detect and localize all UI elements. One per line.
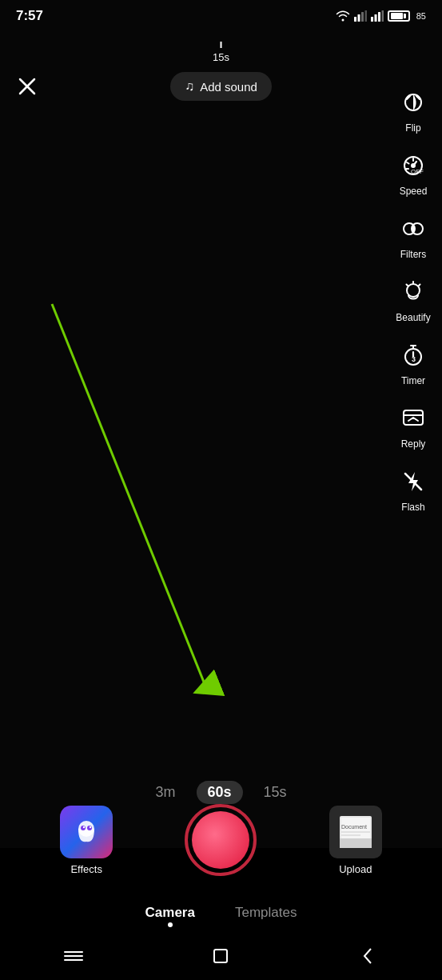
svg-point-24 [81, 826, 86, 830]
record-button-outer [185, 804, 257, 876]
filters-icon-wrap [396, 211, 431, 246]
flip-label: Flip [405, 122, 420, 134]
signal-icon [354, 10, 367, 22]
sidebar-item-beautify[interactable]: Beautify [392, 270, 434, 328]
svg-point-16 [407, 284, 420, 297]
add-sound-button[interactable]: ♫ Add sound [170, 72, 272, 101]
camera-viewport [0, 0, 442, 848]
beautify-label: Beautify [396, 312, 430, 323]
svg-point-27 [90, 826, 91, 827]
status-time: 7:57 [16, 8, 43, 24]
svg-rect-7 [381, 10, 384, 22]
sidebar-item-speed[interactable]: OFF Speed [392, 143, 434, 202]
svg-rect-0 [354, 17, 356, 22]
nav-bar [0, 932, 442, 980]
svg-rect-1 [357, 14, 360, 22]
beautify-icon-wrap [396, 274, 431, 310]
svg-point-12 [412, 164, 415, 167]
sidebar-item-flash[interactable]: Flash [392, 459, 434, 518]
top-bar: ♫ Add sound [0, 72, 442, 101]
upload-button[interactable]: Document Upload [329, 806, 382, 875]
battery-label: 85 [416, 11, 426, 21]
timeline-marker: 15s [213, 42, 229, 64]
timer-label: Timer [401, 375, 425, 386]
sidebar-item-flip[interactable]: Flip [392, 80, 434, 138]
svg-rect-6 [378, 12, 380, 22]
music-note-icon: ♫ [185, 79, 194, 94]
svg-rect-5 [374, 14, 376, 22]
battery-icon [388, 10, 410, 22]
status-icons: 85 [336, 10, 426, 22]
svg-rect-38 [214, 950, 227, 962]
effects-label: Effects [70, 863, 102, 875]
sidebar-item-timer[interactable]: 3 Timer [392, 333, 434, 391]
svg-rect-4 [371, 17, 373, 22]
svg-text:OFF: OFF [411, 168, 424, 175]
sidebar-item-filters[interactable]: Filters [392, 206, 434, 265]
flip-icon-wrap [396, 85, 431, 120]
effects-button[interactable]: Effects [60, 806, 113, 875]
flash-icon-wrap [396, 464, 431, 499]
svg-text:Document: Document [341, 824, 367, 830]
speed-label: Speed [400, 186, 428, 197]
tab-active-dot [168, 922, 173, 927]
timeline-marker-label: 15s [213, 51, 229, 63]
svg-rect-3 [364, 10, 367, 22]
status-bar: 7:57 85 [0, 0, 442, 27]
upload-label: Upload [339, 863, 372, 875]
bottom-controls: Effects Document Upload [0, 804, 442, 876]
tab-templates[interactable]: Templates [235, 905, 297, 926]
close-button[interactable] [13, 72, 42, 101]
flash-label: Flash [401, 502, 424, 513]
svg-text:3: 3 [412, 355, 416, 363]
add-sound-label: Add sound [200, 80, 257, 94]
duration-selector: 3m 60s 15s [149, 781, 293, 804]
right-sidebar: Flip OFF Speed Filters [392, 80, 434, 518]
signal-icon2 [371, 10, 384, 22]
record-button[interactable] [185, 804, 257, 876]
upload-icon-box: Document [329, 806, 382, 858]
tab-camera[interactable]: Camera [145, 905, 195, 926]
speed-icon-wrap: OFF [396, 148, 431, 183]
effects-icon [60, 806, 113, 858]
nav-menu-icon[interactable] [62, 945, 85, 967]
duration-60s[interactable]: 60s [196, 781, 242, 804]
timeline-marker-line [221, 42, 222, 48]
effects-icon-inner [60, 806, 113, 858]
sidebar-item-reply[interactable]: Reply [392, 396, 434, 454]
nav-home-icon[interactable] [209, 945, 232, 967]
timer-icon-wrap: 3 [396, 338, 431, 373]
svg-rect-2 [361, 12, 364, 22]
svg-rect-30 [340, 838, 372, 848]
nav-back-icon[interactable] [357, 945, 380, 967]
reply-label: Reply [401, 438, 426, 450]
duration-3m[interactable]: 3m [149, 781, 181, 804]
reply-icon-wrap [396, 401, 431, 436]
tab-bar: Camera Templates [0, 905, 442, 926]
svg-point-25 [87, 826, 92, 830]
wifi-icon [336, 10, 350, 22]
svg-point-26 [83, 826, 85, 827]
filters-label: Filters [400, 249, 427, 260]
record-button-inner [192, 811, 249, 869]
duration-15s[interactable]: 15s [257, 781, 293, 804]
